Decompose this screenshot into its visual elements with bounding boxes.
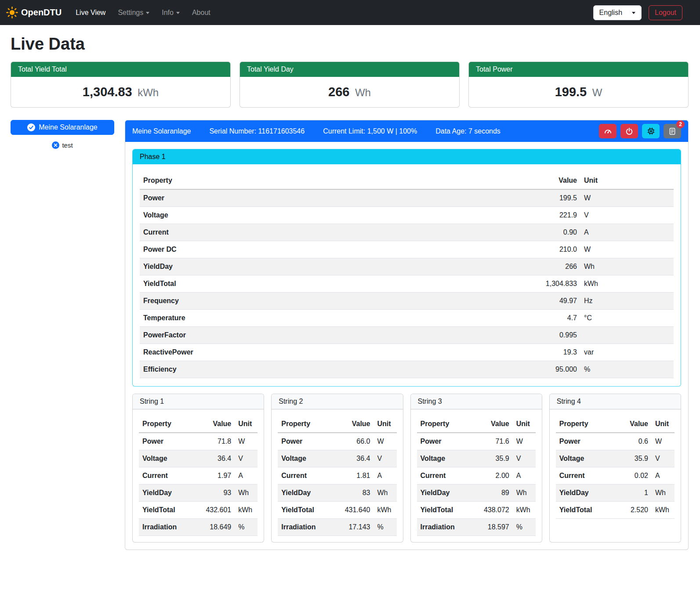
table-row: YieldDay 89 Wh [417, 485, 536, 502]
value-cell: 1.81 [341, 467, 374, 485]
value-cell: 0.995 [523, 327, 580, 344]
table-row: Power 66.0 W [278, 433, 396, 450]
table-row: Frequency 49.97 Hz [140, 293, 674, 310]
property-cell: Current [556, 467, 619, 485]
value-cell: 93 [202, 485, 235, 502]
property-cell: YieldDay [417, 485, 480, 502]
table-row: YieldDay 266 Wh [140, 258, 674, 275]
table-row: Irradiation 18.597 % [417, 519, 536, 536]
inverter-serial: Serial Number: 116171603546 [209, 127, 305, 135]
value-cell: 95.000 [523, 361, 580, 378]
live-data-page: Live Data Total Yield Total 1,304.83 kWh… [0, 35, 700, 561]
phase-table-body: Power 199.5 W Voltage 221.9 V [140, 189, 674, 378]
string-table-body: Power 0.6 W Voltage 35.9 V [556, 433, 675, 519]
total-power-card: Total Power 199.5 W [468, 62, 689, 108]
journal-icon [668, 127, 676, 135]
unit-cell: V [235, 450, 258, 467]
power-button[interactable] [620, 124, 638, 138]
table-row: YieldTotal 2.520 kWh [556, 502, 675, 519]
phase-card-body: Property Value Unit Power [133, 164, 681, 386]
table-row: PowerFactor 0.995 [140, 327, 674, 344]
unit-cell: kWh [513, 502, 536, 519]
chevron-down-icon [176, 12, 180, 14]
logout-button[interactable]: Logout [649, 5, 682, 20]
table-row: Power 71.6 W [417, 433, 536, 450]
unit-cell: A [580, 224, 674, 241]
property-cell: YieldTotal [278, 502, 341, 519]
value-cell: 36.4 [202, 450, 235, 467]
inverter-data-age: Data Age: 7 seconds [435, 127, 501, 135]
value-cell: 1 [619, 485, 652, 502]
unit-cell: % [513, 519, 536, 536]
value-cell: 0.6 [619, 433, 652, 450]
unit-cell: W [580, 241, 674, 258]
table-row: Power 0.6 W [556, 433, 675, 450]
unit-cell: % [235, 519, 258, 536]
top-navbar: OpenDTU Live View Settings Info About En… [0, 0, 700, 25]
unit-cell: var [580, 344, 674, 361]
property-cell: YieldDay [139, 485, 202, 502]
inverter-select-test[interactable]: test [48, 140, 76, 151]
unit-cell [580, 327, 674, 344]
check-circle-icon [27, 123, 35, 131]
unit-cell: V [580, 207, 674, 224]
unit-cell: W [652, 433, 675, 450]
event-log-button[interactable]: 2 [664, 124, 681, 138]
inverter-button-label: test [62, 141, 73, 149]
property-cell: Irradiation [139, 519, 202, 536]
property-cell: Power DC [140, 241, 523, 258]
property-cell: Irradiation [417, 519, 480, 536]
unit-cell: A [235, 467, 258, 485]
table-header-row: Property Value Unit [417, 416, 536, 433]
property-cell: Voltage [278, 450, 341, 467]
unit-cell: W [580, 189, 674, 207]
table-row: YieldTotal 1,304.833 kWh [140, 275, 674, 293]
string-title: String 2 [272, 394, 403, 409]
language-select[interactable]: English [593, 5, 642, 20]
table-row: Current 2.00 A [417, 467, 536, 485]
table-row: YieldDay 1 Wh [556, 485, 675, 502]
column-header-unit: Unit [374, 416, 397, 433]
table-row: Power 71.8 W [139, 433, 258, 450]
device-info-button[interactable] [642, 124, 660, 138]
card-value: 266 [328, 85, 349, 99]
value-cell: 0.02 [619, 467, 652, 485]
unit-cell: V [513, 450, 536, 467]
property-cell: Efficiency [140, 361, 523, 378]
table-row: Voltage 221.9 V [140, 207, 674, 224]
property-cell: YieldTotal [139, 502, 202, 519]
property-cell: YieldTotal [140, 275, 523, 293]
nav-live-view[interactable]: Live View [69, 5, 112, 20]
string-table-body: Power 66.0 W Voltage 36.4 V [278, 433, 396, 536]
nav-label: About [192, 9, 210, 17]
property-cell: YieldDay [278, 485, 341, 502]
nav-about[interactable]: About [186, 5, 217, 20]
column-header-property: Property [556, 416, 619, 433]
nav-info[interactable]: Info [156, 5, 186, 20]
table-row: Temperature 4.7 °C [140, 310, 674, 327]
brand-link[interactable]: OpenDTU [6, 7, 62, 18]
property-cell: Current [417, 467, 480, 485]
limit-settings-button[interactable] [599, 124, 617, 138]
card-unit: Wh [355, 87, 371, 98]
table-row: YieldTotal 431.640 kWh [278, 502, 396, 519]
unit-cell: % [374, 519, 397, 536]
language-value: English [599, 9, 622, 17]
value-cell: 36.4 [341, 450, 374, 467]
string-table-body: Power 71.8 W Voltage 36.4 V [139, 433, 258, 536]
value-cell: 71.8 [202, 433, 235, 450]
nav-label: Live View [76, 9, 105, 17]
nav-settings[interactable]: Settings [112, 5, 156, 20]
column-header-unit: Unit [580, 172, 674, 189]
unit-cell: Wh [374, 485, 397, 502]
value-cell: 432.601 [202, 502, 235, 519]
property-cell: YieldTotal [417, 502, 480, 519]
inverter-select-meine-solaranlage[interactable]: Meine Solaranlage [11, 120, 114, 135]
column-header-property: Property [140, 172, 523, 189]
column-header-unit: Unit [235, 416, 258, 433]
property-cell: Irradiation [278, 519, 341, 536]
value-cell: 1,304.833 [523, 275, 580, 293]
value-cell: 19.3 [523, 344, 580, 361]
table-row: YieldTotal 432.601 kWh [139, 502, 258, 519]
unit-cell: Wh [580, 258, 674, 275]
